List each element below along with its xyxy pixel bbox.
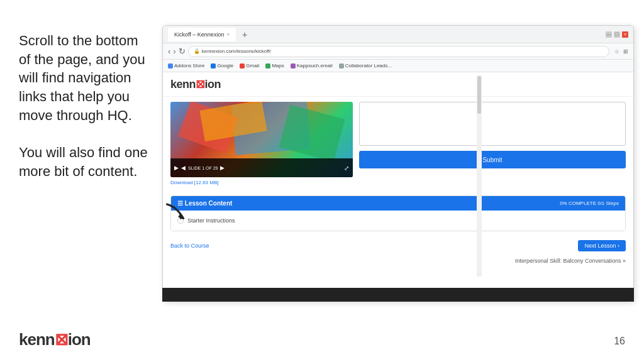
bookmark-label: Maps — [272, 63, 284, 69]
slide-next-icon[interactable]: ▶ — [220, 165, 225, 171]
site-header: kenn⊠ion — [163, 72, 633, 97]
lesson-header: ☰ Lesson Content 0% COMPLETE 0/1 Steps — [171, 196, 625, 211]
logo-kenn: kenn — [170, 78, 196, 90]
brand-kenn: kenn — [19, 330, 55, 349]
bookmark-gmail[interactable]: Gmail — [240, 63, 259, 69]
kappsuch-icon — [291, 63, 296, 69]
slide-shape3 — [279, 105, 345, 162]
lesson-content-section: ☰ Lesson Content 0% COMPLETE 0/1 Steps S… — [170, 195, 626, 231]
brand-x-icon: ⊠ — [55, 330, 68, 349]
bookmark-label: Collaborator Leads... — [345, 63, 392, 69]
bookmark-google[interactable]: Google — [211, 63, 233, 69]
slide-area: ▶ ◀ SLIDE 1 OF 29 ▶ ⤢ Download [12.63 MB… — [170, 102, 353, 185]
brand-ion: ion — [68, 330, 91, 349]
bookmark-label: Addons Store — [174, 63, 204, 69]
slide-controls: ▶ ◀ SLIDE 1 OF 29 ▶ — [174, 165, 225, 171]
forward-nav-icon[interactable]: › — [173, 47, 175, 56]
scroll-thumb[interactable] — [477, 76, 481, 114]
bottom-brand: kenn⊠ion — [19, 330, 91, 349]
minimize-button[interactable]: — — [606, 31, 612, 38]
browser-tab-bar: Kickoff – Kennexion × + — □ × — [163, 26, 633, 43]
nav-row: Back to Course Next Lesson › — [163, 236, 633, 255]
gmail-icon — [240, 63, 245, 69]
lesson-progress: 0% COMPLETE 0/1 Steps — [560, 200, 619, 206]
new-tab-icon[interactable]: + — [242, 30, 247, 40]
slide-play-icon[interactable]: ▶ — [174, 165, 179, 171]
list-item: Starter Instructions — [177, 216, 619, 226]
slide-overlay: ▶ ◀ SLIDE 1 OF 29 ▶ ⤢ — [170, 158, 353, 177]
back-to-course-link[interactable]: Back to Course — [170, 243, 209, 249]
page-content: kenn⊠ion ▶ ◀ SLIDE 1 OF 29 ▶ — [163, 72, 633, 301]
browser-window: Kickoff – Kennexion × + — □ × ‹ › ↻ 🔒 ke… — [162, 25, 634, 302]
arrow-annotation — [162, 198, 200, 229]
next-page-link[interactable]: Interpersonal Skill: Balcony Conversatio… — [163, 255, 633, 266]
brand-logo: kenn⊠ion — [19, 330, 91, 349]
url-text: kennexion.com/lessons/kickoff/ — [202, 48, 271, 54]
slide-prev-icon[interactable]: ◀ — [181, 165, 186, 171]
bookmark-collab[interactable]: Collaborator Leads... — [339, 63, 392, 69]
maps-icon — [265, 63, 270, 69]
slide-image: ▶ ◀ SLIDE 1 OF 29 ▶ ⤢ — [170, 102, 353, 177]
bookmark-maps[interactable]: Maps — [265, 63, 284, 69]
url-bar[interactable]: 🔒 kennexion.com/lessons/kickoff/ — [188, 46, 609, 57]
close-button[interactable]: × — [622, 31, 628, 38]
bookmark-addons[interactable]: Addons Store — [168, 63, 204, 69]
tab-close-icon[interactable]: × — [226, 31, 230, 37]
google-icon — [211, 63, 216, 69]
collab-icon — [339, 63, 344, 69]
main-description: Scroll to the bottom of the page, and yo… — [19, 31, 151, 124]
lesson-items: Starter Instructions — [171, 211, 625, 231]
next-lesson-button[interactable]: Next Lesson › — [578, 240, 626, 251]
scroll-bar[interactable] — [477, 75, 482, 277]
response-textarea[interactable] — [359, 102, 626, 146]
tab-title: Kickoff – Kennexion — [174, 31, 224, 38]
secondary-description: You will also find one more bit of conte… — [19, 143, 151, 180]
browser-tab[interactable]: Kickoff – Kennexion × — [168, 28, 236, 41]
addons-icon — [168, 63, 173, 69]
bookmarks-bar: Addons Store Google Gmail Maps Kappsuch.… — [163, 60, 633, 72]
slide-fullscreen-icon[interactable]: ⤢ — [344, 165, 349, 172]
download-link[interactable]: Download [12.63 MB] — [170, 180, 353, 185]
page-number: 16 — [614, 336, 625, 347]
lock-icon: 🔒 — [194, 48, 200, 54]
back-nav-icon[interactable]: ‹ — [168, 47, 170, 56]
submit-button[interactable]: Submit — [359, 151, 626, 168]
window-controls: — □ × — [606, 31, 628, 38]
content-area: ▶ ◀ SLIDE 1 OF 29 ▶ ⤢ Download [12.63 MB… — [163, 97, 633, 190]
slide-counter: SLIDE 1 OF 29 — [188, 166, 218, 170]
address-bar-row: ‹ › ↻ 🔒 kennexion.com/lessons/kickoff/ ☆… — [163, 43, 633, 60]
right-panel: Submit — [359, 102, 626, 185]
reload-icon[interactable]: ↻ — [179, 47, 186, 56]
star-icon[interactable]: ☆ — [614, 48, 619, 55]
left-panel: Scroll to the bottom of the page, and yo… — [19, 31, 151, 181]
bookmark-kappsuch[interactable]: Kappsuch.email — [291, 63, 333, 69]
site-logo: kenn⊠ion — [170, 77, 626, 91]
bookmark-label: Kappsuch.email — [297, 63, 333, 69]
logo-ion: ion — [205, 78, 221, 90]
bookmark-label: Gmail — [246, 63, 259, 69]
logo-x: ⊠ — [196, 78, 205, 90]
extensions-icon[interactable]: ⊞ — [623, 48, 628, 55]
maximize-button[interactable]: □ — [614, 31, 620, 38]
browser-bottom-bar — [162, 288, 634, 302]
bookmark-label: Google — [217, 63, 233, 69]
